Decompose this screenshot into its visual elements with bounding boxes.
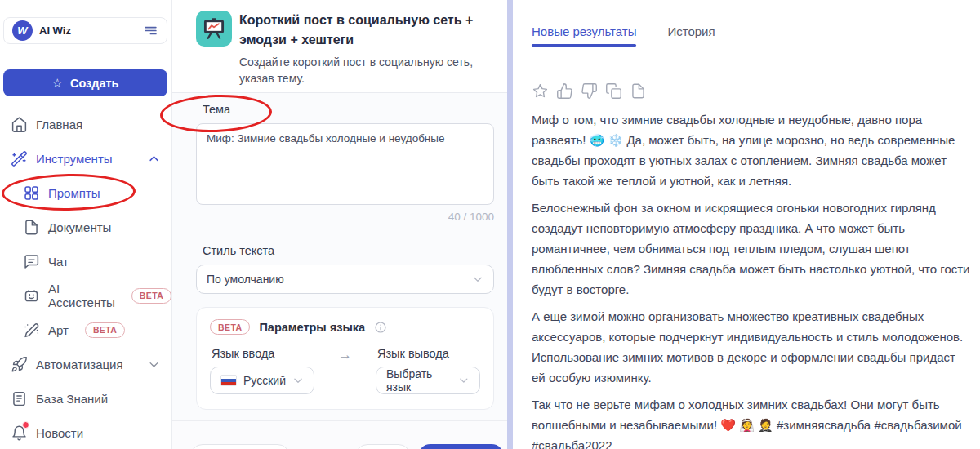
beta-badge: BETA [131,288,172,304]
sidebar-item-label: Инструменты [36,152,113,166]
post-paragraph: Белоснежный фон за окном и искрящиеся ог… [532,198,970,300]
chevron-down-icon [458,375,470,386]
pen-icon [23,322,40,339]
tab-history[interactable]: История [667,24,715,47]
create-button-label: Создать [70,77,119,90]
sidebar-item-label: Арт [48,323,69,337]
sidebar-item-documents[interactable]: Документы [0,210,172,244]
presentation-chart-icon [196,11,232,47]
sidebar: W AI Wiz ☆ Создать Главная Инструменты [0,0,172,449]
prompt-description: Создайте короткий пост в социальную сеть… [239,54,492,87]
sidebar-item-label: Промпты [48,186,100,200]
output-language-column: Язык вывода Выбрать язык [376,347,480,394]
sidebar-item-art[interactable]: Арт BETA [0,313,172,347]
post-paragraph: А еще зимой можно организовать множество… [532,306,970,388]
create-button[interactable]: ☆ Создать [3,69,167,96]
app-logo-icon: W [12,20,33,41]
sidebar-item-chat[interactable]: Чат [0,244,172,278]
thumbs-up-icon[interactable] [556,82,573,100]
app-name: AI Wiz [39,24,136,37]
output-language-select[interactable]: Выбрать язык [376,367,480,394]
sidebar-item-label: AI Ассистенты [48,282,115,309]
sidebar-nav: Главная Инструменты Промпты [0,107,172,449]
sidebar-item-label: Автоматизация [36,358,123,371]
sidebar-item-label: Новости [36,426,83,440]
chevron-down-icon [472,273,483,285]
bell-icon [11,425,28,442]
logo-card: W AI Wiz [3,17,167,44]
document-icon[interactable] [630,82,647,100]
chevron-up-icon [148,153,160,165]
prompt-form: Тема Миф: Зимние свадьбы холодные и неуд… [172,93,507,420]
book-icon [11,390,28,407]
chevron-down-icon [292,375,304,386]
char-counter: 40 / 1000 [196,211,494,223]
info-icon[interactable] [374,321,387,334]
footer-tertiary-button[interactable] [355,444,411,449]
star-icon: ☆ [51,77,62,89]
notification-dot [22,421,29,429]
thumbs-down-icon[interactable] [581,82,598,100]
sidebar-item-news[interactable]: Новости [0,416,172,449]
sidebar-item-label: База Знаний [36,392,108,406]
prompt-header-text: Короткий пост в социальную сеть + эмодзи… [239,11,492,92]
output-language-label: Язык вывода [377,347,480,360]
wand-icon [11,150,28,167]
input-language-column: Язык ввода Русский [210,347,314,394]
sidebar-item-tools[interactable]: Инструменты [0,141,172,176]
text-style-value: По умолчанию [207,273,284,286]
chat-icon [23,253,40,270]
app-window: W AI Wiz ☆ Создать Главная Инструменты [0,0,980,449]
input-language-current: Русский [220,374,286,387]
beta-badge: BETA [85,322,125,338]
language-settings-card: BETA Параметры языка Язык ввода Русский [196,307,494,410]
language-card-title: Параметры языка [259,321,365,334]
post-paragraph: Миф о том, что зимние свадьбы холодные и… [532,109,970,191]
arrow-right-icon: → [314,347,376,394]
chevron-down-icon [148,358,160,371]
result-toolbar [532,82,980,100]
footer-secondary-button[interactable] [190,444,290,449]
topic-input[interactable]: Миф: Зимние свадьбы холодные и неудобные [196,123,494,205]
input-language-select[interactable]: Русский [210,367,314,394]
topic-label: Тема [203,103,494,116]
input-language-label: Язык ввода [212,347,314,360]
prompt-panel: Короткий пост в социальную сеть + эмодзи… [172,0,507,449]
beta-badge: BETA [210,319,250,335]
document-icon [23,219,40,236]
sidebar-item-knowledge-base[interactable]: База Знаний [0,381,172,416]
text-style-select[interactable]: По умолчанию [196,265,494,294]
sidebar-item-label: Главная [36,118,82,131]
output-language-value: Выбрать язык [386,367,458,393]
language-card-header: BETA Параметры языка [210,319,480,335]
sidebar-item-automation[interactable]: Автоматизация [0,347,172,381]
russia-flag-icon [220,375,237,386]
sidebar-item-ai-assistants[interactable]: AI Ассистенты BETA [0,278,172,313]
sidebar-item-label: Документы [48,220,111,234]
prompt-footer [172,420,507,449]
text-style-label: Стиль текста [203,244,494,257]
results-tabs: Новые результаты История [532,0,980,60]
input-language-value: Русский [243,374,286,387]
prompt-title: Короткий пост в социальную сеть + эмодзи… [239,11,492,50]
menu-toggle-icon[interactable] [143,23,158,38]
generated-post: Миф о том, что зимние свадьбы холодные и… [532,109,970,449]
language-selectors: Язык ввода Русский → [210,347,480,394]
grid-icon [23,184,40,202]
favorite-star-icon[interactable] [532,82,549,100]
footer-submit-button[interactable] [418,444,504,449]
prompt-header: Короткий пост в социальную сеть + эмодзи… [172,0,507,93]
sidebar-item-home[interactable]: Главная [0,107,172,141]
rocket-icon [11,356,28,373]
results-panel: Новые результаты История Миф о том, что … [513,0,980,449]
post-paragraph: Так что не верьте мифам о холодных зимни… [532,394,970,449]
tab-new-results[interactable]: Новые результаты [532,24,636,47]
robot-icon [23,287,40,305]
sidebar-item-prompts[interactable]: Промпты [0,176,172,210]
sidebar-item-label: Чат [48,255,69,269]
panel-scrollbar[interactable] [507,0,513,449]
home-icon [11,116,28,133]
copy-icon[interactable] [605,82,622,100]
